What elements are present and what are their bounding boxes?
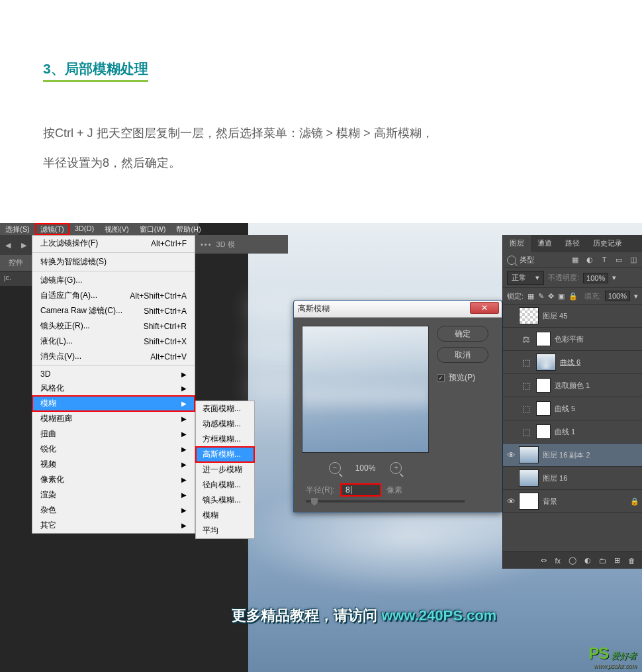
filter-text-icon[interactable]: T <box>600 256 609 264</box>
chevron-down-icon[interactable]: ▾ <box>634 292 638 301</box>
opacity-value[interactable]: 100% <box>583 273 608 283</box>
cancel-button[interactable]: 取消 <box>437 347 488 363</box>
submenu-average[interactable]: 平均 <box>196 523 254 538</box>
menu-filter[interactable]: 滤镜(T) <box>35 223 69 235</box>
layer-row[interactable]: 图层 16 <box>503 467 642 490</box>
layer-mask[interactable] <box>536 332 551 346</box>
menu-liquify[interactable]: 液化(L)...Shift+Ctrl+X <box>32 334 195 349</box>
visibility-icon[interactable]: 👁 <box>503 497 519 506</box>
layer-name[interactable]: 色彩平衡 <box>555 334 642 344</box>
menu-sharpen[interactable]: 锐化▶ <box>32 442 195 457</box>
menu-help[interactable]: 帮助(H) <box>171 223 206 235</box>
menu-stylize[interactable]: 风格化▶ <box>32 381 195 396</box>
menu-noise[interactable]: 杂色▶ <box>32 503 195 518</box>
layer-name[interactable]: 背景 <box>543 497 630 506</box>
new-layer-icon[interactable]: ⊞ <box>614 556 620 565</box>
tab-layers[interactable]: 图层 <box>503 235 531 252</box>
menu-3d[interactable]: 3D(D) <box>69 223 99 235</box>
layer-name[interactable]: 曲线 5 <box>555 404 642 414</box>
fx-icon[interactable]: fx <box>555 557 561 565</box>
menu-window[interactable]: 窗口(W) <box>134 223 171 235</box>
preview-checkbox-row[interactable]: ✓ 预览(P) <box>437 372 475 383</box>
layer-name[interactable]: 曲线 6 <box>560 358 642 367</box>
link-layers-icon[interactable]: ⇔ <box>541 556 547 565</box>
dialog-titlebar[interactable]: 高斯模糊 ✕ <box>294 301 502 318</box>
blend-mode-select[interactable]: 正常▾ <box>507 271 544 285</box>
layer-thumbnail[interactable] <box>519 493 539 510</box>
menu-view[interactable]: 视图(V) <box>99 223 134 235</box>
submenu-radial-blur[interactable]: 径向模糊... <box>196 477 254 493</box>
adjustment-icon[interactable]: ◐ <box>584 556 591 565</box>
layer-mask[interactable] <box>536 401 551 416</box>
nav-left-icon[interactable]: ◀ <box>1 238 15 252</box>
menu-distort[interactable]: 扭曲▶ <box>32 426 195 442</box>
new-group-icon[interactable]: 🗀 <box>599 557 606 565</box>
menu-last-filter[interactable]: 上次滤镜操作(F) Alt+Ctrl+F <box>32 236 195 251</box>
menu-other[interactable]: 其它▶ <box>32 518 195 533</box>
menu-blur-gallery[interactable]: 模糊画廊▶ <box>32 411 195 426</box>
zoom-in-icon[interactable]: + <box>390 462 402 474</box>
chevron-down-icon[interactable]: ▾ <box>612 273 616 282</box>
filter-smart-icon[interactable]: ◫ <box>629 256 638 264</box>
visibility-icon[interactable]: 👁 <box>503 450 519 460</box>
submenu-box-blur[interactable]: 方框模糊... <box>196 432 254 447</box>
checkbox-icon[interactable]: ✓ <box>437 374 445 382</box>
layer-name[interactable]: 图层 16 副本 2 <box>543 450 642 460</box>
layer-name[interactable]: 图层 45 <box>543 311 642 321</box>
menu-pixelate[interactable]: 像素化▶ <box>32 472 195 487</box>
menu-vanishing-point[interactable]: 消失点(V)...Alt+Ctrl+V <box>32 349 195 364</box>
menu-blur[interactable]: 模糊▶ <box>32 396 195 411</box>
layer-thumbnail[interactable] <box>519 446 539 463</box>
nav-right-icon[interactable]: ▶ <box>17 238 30 252</box>
search-icon[interactable] <box>507 256 516 265</box>
filter-image-icon[interactable]: ▦ <box>571 256 580 264</box>
layer-mask[interactable] <box>536 378 551 393</box>
options-3d-mode[interactable]: 3D 模 <box>216 240 235 250</box>
submenu-motion-blur[interactable]: 动感模糊... <box>196 416 254 432</box>
submenu-blur-more[interactable]: 进一步模糊 <box>196 462 254 477</box>
filter-adjust-icon[interactable]: ◐ <box>585 256 594 264</box>
menu-adaptive-wide[interactable]: 自适应广角(A)...Alt+Shift+Ctrl+A <box>32 288 195 303</box>
lock-position-icon[interactable]: ✥ <box>548 292 554 301</box>
dialog-preview[interactable] <box>302 326 429 453</box>
menu-video[interactable]: 视频▶ <box>32 457 195 472</box>
menu-render[interactable]: 渲染▶ <box>32 487 195 503</box>
submenu-surface-blur[interactable]: 表面模糊... <box>196 401 254 416</box>
fill-value[interactable]: 100% <box>605 291 630 301</box>
zoom-out-icon[interactable]: − <box>329 462 341 474</box>
filter-shape-icon[interactable]: ▭ <box>614 256 623 264</box>
side-panel-label[interactable]: 控件 <box>0 255 32 271</box>
tab-channels[interactable]: 通道 <box>531 235 559 252</box>
radius-input[interactable]: 8 <box>340 483 381 497</box>
lock-all-icon[interactable]: 🔒 <box>569 292 578 301</box>
menu-smart-filter[interactable]: 转换为智能滤镜(S) <box>32 254 195 269</box>
menu-3d-sub[interactable]: 3D▶ <box>32 367 195 381</box>
slider-track[interactable] <box>306 501 465 503</box>
layer-row[interactable]: ⬚ 曲线 5 <box>503 397 642 420</box>
ok-button[interactable]: 确定 <box>437 326 488 342</box>
document-tab[interactable]: jc. <box>0 271 32 286</box>
layer-name[interactable]: 图层 16 <box>543 473 642 483</box>
layer-thumbnail[interactable] <box>519 307 539 324</box>
close-button[interactable]: ✕ <box>470 302 499 314</box>
layer-row[interactable]: ⚖ 色彩平衡 <box>503 328 642 351</box>
submenu-gaussian-blur[interactable]: 高斯模糊... <box>196 447 254 462</box>
menu-filter-gallery[interactable]: 滤镜库(G)... <box>32 273 195 288</box>
layer-row[interactable]: ⬚ 选取颜色 1 <box>503 374 642 397</box>
lock-pixels-icon[interactable]: ▦ <box>527 292 534 301</box>
add-mask-icon[interactable]: ◯ <box>569 556 576 565</box>
layer-mask[interactable] <box>536 354 556 371</box>
slider-thumb[interactable] <box>311 498 318 506</box>
menu-camera-raw[interactable]: Camera Raw 滤镜(C)...Shift+Ctrl+A <box>32 303 195 318</box>
layer-name[interactable]: 曲线 1 <box>555 427 642 437</box>
lock-brush-icon[interactable]: ✎ <box>538 292 544 301</box>
filter-type-select[interactable]: 类型 <box>520 255 567 265</box>
radius-slider[interactable] <box>294 501 502 512</box>
delete-layer-icon[interactable]: 🗑 <box>628 557 635 565</box>
layer-row[interactable]: 👁 背景 🔒 <box>503 490 642 513</box>
menu-select[interactable]: 选择(S) <box>0 223 35 235</box>
layer-mask[interactable] <box>536 424 551 439</box>
tab-paths[interactable]: 路径 <box>559 235 586 252</box>
layer-row[interactable]: 👁 图层 16 副本 2 <box>503 444 642 467</box>
lock-artboard-icon[interactable]: ▣ <box>558 292 565 301</box>
